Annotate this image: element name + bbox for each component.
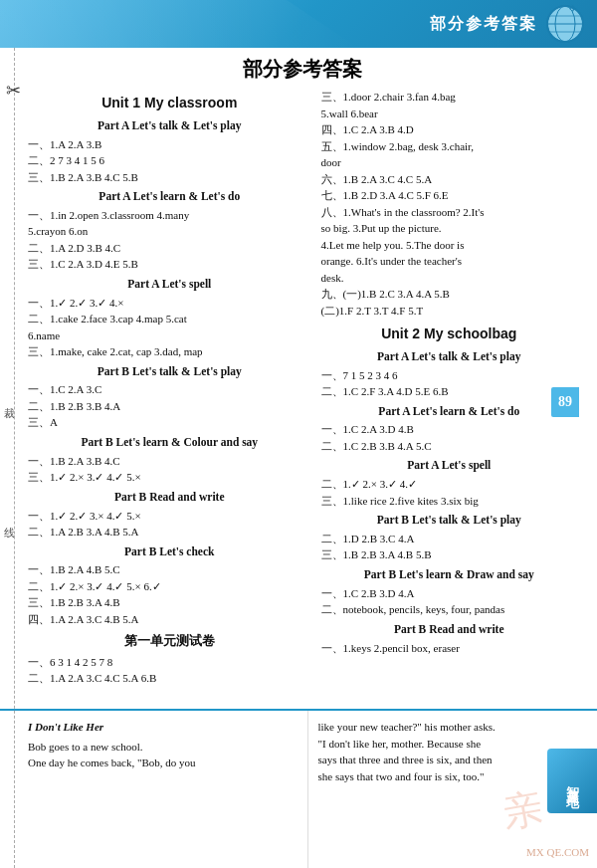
unit2-partB-draw-heading: Part B Let's learn & Draw and say [321,566,577,584]
unit1-partB-learn-line1: 一、1.B 2.A 3.B 4.C [28,453,311,470]
unit2-partA-talk-line2: 二、1.C 2.F 3.A 4.D 5.E 6.B [321,383,577,400]
unit2-partB-draw-line1: 一、1.C 2.B 3.D 4.A [321,585,577,602]
unit1-partB-learn-heading: Part B Let's learn & Colour and say [28,434,311,452]
zq-badge: 智趣天地 [547,749,597,813]
unit1-partA-spell-line2: 二、1.cake 2.face 3.cap 4.map 5.cat [28,311,311,327]
unit1-heading: Unit 1 My classroom [28,93,311,114]
story-right-line2: "I don't like her, mother. Because she [318,736,588,753]
zq-label: 智趣天地 [563,775,581,787]
left-extra-line5: door [321,154,577,171]
unit1-partA-learn-line1: 一、1.in 2.open 3.classroom 4.many [28,207,311,224]
unit1-test-line2: 二、1.A 2.A 3.C 4.C 5.A 6.B [28,670,311,687]
unit2-partA-talk-line1: 一、7 1 5 2 3 4 6 [321,367,577,384]
unit2-partA-learn-line2: 二、1.C 2.B 3.B 4.A 5.C [321,438,577,455]
unit1-partB-check-line3: 三、1.B 2.B 3.A 4.B [28,594,311,611]
unit1-extra-answers: 三、1.door 2.chair 3.fan 4.bag 5.wall 6.be… [321,89,577,319]
left-extra-line11: orange. 6.It's under the teacher's [321,253,577,270]
header-title: 部分参考答案 [430,14,537,35]
two-column-layout: Unit 1 My classroom Part A Let's talk & … [28,89,577,687]
left-extra-line10: 4.Let me help you. 5.The door is [321,237,577,254]
unit1-partA-spell-line3: 6.name [28,327,311,344]
unit1-partB-talk-line2: 二、1.B 2.B 3.B 4.A [28,398,311,415]
unit1-partA-talk-heading: Part A Let's talk & Let's play [28,117,311,135]
unit1-partB-learn-line2: 三、1.✓ 2.× 3.✓ 4.✓ 5.× [28,469,311,486]
unit1-partB-read-heading: Part B Read and write [28,489,311,507]
right-column: 三、1.door 2.chair 3.fan 4.bag 5.wall 6.be… [321,89,577,687]
story-left-line2: One day he comes back, "Bob, do you [28,755,298,771]
unit2-partB-talk-line1: 二、1.D 2.B 3.C 4.A [321,531,577,547]
mxqe-watermark: MX QE.COM [526,846,589,858]
unit1-partB-talk-heading: Part B Let's talk & Let's play [28,363,311,381]
unit1-partA-talk-line1: 一、1.A 2.A 3.B [28,136,311,153]
unit1-partA-spell-line4: 三、1.make, cake 2.cat, cap 3.dad, map [28,343,311,360]
unit2-partB-talk-line2: 三、1.B 2.B 3.A 4.B 5.B [321,546,577,563]
left-extra-line7: 七、1.B 2.D 3.A 4.C 5.F 6.E [321,187,577,204]
unit1-partA-spell-heading: Part A Let's spell [28,276,311,294]
unit1-partB-read-line2: 二、1.A 2.B 3.A 4.B 5.A [28,524,311,541]
story-right-line1: like your new teacher?" his mother asks. [318,719,588,736]
unit1-partB-talk-line1: 一、1.C 2.A 3.C [28,381,311,398]
unit1-partA-talk-line2: 二、2 7 3 4 1 5 6 [28,152,311,169]
unit2-heading: Unit 2 My schoolbag [321,324,577,345]
unit2-partA-learn-line1: 一、1.C 2.A 3.D 4.B [321,421,577,438]
header-banner: 部分参考答案 ✈ [0,0,597,48]
globe-icon: ✈ [543,2,587,46]
unit1-test-heading: 第一单元测试卷 [28,631,311,651]
unit2-partA-spell-line1: 二、1.✓ 2.× 3.✓ 4.✓ [321,476,577,493]
bottom-left: I Don't Like Her Bob goes to a new schoo… [0,711,308,868]
unit2-partB-read-line1: 一、1.keys 2.pencil box, eraser [321,640,577,657]
left-column: Unit 1 My classroom Part A Let's talk & … [28,89,311,687]
unit2-partA-spell-heading: Part A Let's spell [321,457,577,475]
page-number: 89 [551,387,579,417]
left-extra-line14: (二)1.F 2.T 3.T 4.F 5.T [321,303,577,320]
svg-text:✈: ✈ [569,3,577,14]
left-extra-line9: so big. 3.Put up the picture. [321,220,577,237]
main-content: 部分参考答案 Unit 1 My classroom Part A Let's … [0,48,597,709]
unit2-partB-talk-heading: Part B Let's talk & Let's play [321,512,577,530]
unit1-partB-talk-line3: 三、A [28,414,311,431]
unit1-partA-learn-line2: 5.crayon 6.on [28,223,311,240]
left-extra-line8: 八、1.What's in the classroom? 2.It's [321,204,577,221]
left-extra-line2: 5.wall 6.bear [321,106,577,122]
left-extra-line12: desk. [321,270,577,287]
unit1-partA-learn-heading: Part A Let's learn & Let's do [28,188,311,206]
page-title: 部分参考答案 [28,56,577,83]
unit1-partA-learn-line3: 二、1.A 2.D 3.B 4.C [28,240,311,257]
unit1-partB-read-line1: 一、1.✓ 2.✓ 3.× 4.✓ 5.× [28,508,311,525]
story-title: I Don't Like Her [28,719,298,737]
unit1-partB-check-heading: Part B Let's check [28,543,311,561]
unit2-partA-spell-line2: 三、1.like rice 2.five kites 3.six big [321,493,577,510]
unit1-test-line1: 一、6 3 1 4 2 5 7 8 [28,654,311,671]
unit1-partA-talk-line3: 三、1.B 2.A 3.B 4.C 5.B [28,169,311,186]
left-extra-line3: 四、1.C 2.A 3.B 4.D [321,121,577,138]
scissors-icon: ✂ [6,80,21,102]
unit1-partB-check-line4: 四、1.A 2.A 3.C 4.B 5.A [28,611,311,628]
unit1-partA-learn-line4: 三、1.C 2.A 3.D 4.E 5.B [28,256,311,273]
unit2-partA-learn-heading: Part A Let's learn & Let's do [321,403,577,421]
unit1-partB-check-line2: 二、1.✓ 2.× 3.✓ 4.✓ 5.× 6.✓ [28,578,311,595]
left-extra-line6: 六、1.B 2.A 3.C 4.C 5.A [321,171,577,188]
unit1-partB-check-line1: 一、1.B 2.A 4.B 5.C [28,561,311,578]
unit1-partA-spell-line1: 一、1.✓ 2.✓ 3.✓ 4.× [28,295,311,312]
left-extra-line4: 五、1.window 2.bag, desk 3.chair, [321,138,577,155]
unit2-partB-read-heading: Part B Read and write [321,621,577,639]
unit2-partA-talk-heading: Part A Let's talk & Let's play [321,348,577,366]
left-extra-line13: 九、(一)1.B 2.C 3.A 4.A 5.B [321,286,577,303]
story-left-line1: Bob goes to a new school. [28,739,298,756]
unit2-partB-draw-line2: 二、notebook, pencils, keys, four, pandas [321,601,577,618]
left-extra-line1: 三、1.door 2.chair 3.fan 4.bag [321,89,577,106]
cut-line [14,48,15,868]
